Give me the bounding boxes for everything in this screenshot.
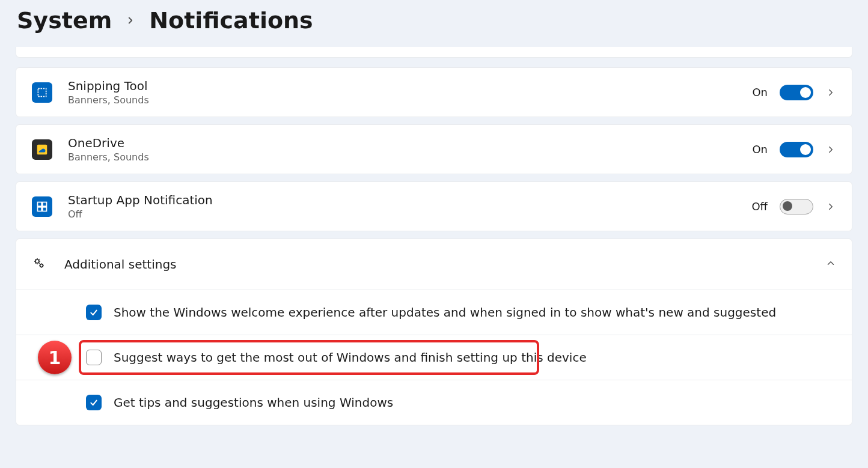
option-label: Get tips and suggestions when using Wind… <box>114 395 393 410</box>
startup-app-icon <box>32 196 52 217</box>
toggle-state-label: On <box>752 143 768 156</box>
chevron-right-icon[interactable] <box>825 144 836 155</box>
svg-rect-3 <box>43 202 47 206</box>
toggle-state-label: Off <box>751 200 768 213</box>
additional-settings-header[interactable]: Additional settings <box>16 239 852 290</box>
app-title: Startup App Notification <box>68 193 736 207</box>
option-label: Suggest ways to get the most out of Wind… <box>114 350 587 365</box>
app-labels: Snipping Tool Banners, Sounds <box>68 79 736 106</box>
option-tips-suggestions[interactable]: Get tips and suggestions when using Wind… <box>16 380 852 425</box>
chevron-right-icon[interactable] <box>825 87 836 98</box>
option-suggest-finish-setup[interactable]: 1 Suggest ways to get the most out of Wi… <box>16 335 852 380</box>
svg-rect-4 <box>38 207 42 211</box>
app-title: OneDrive <box>68 136 736 150</box>
toggle-state-label: On <box>752 86 768 99</box>
svg-rect-2 <box>38 202 42 206</box>
annotation-badge: 1 <box>38 341 72 374</box>
chevron-right-icon <box>125 15 136 26</box>
svg-rect-5 <box>43 207 47 211</box>
checkbox[interactable] <box>86 395 102 410</box>
gear-icon <box>32 256 46 273</box>
previous-card-stub <box>16 47 852 58</box>
app-labels: Startup App Notification Off <box>68 193 736 220</box>
snipping-tool-icon <box>32 82 52 103</box>
page-title: Notifications <box>149 7 313 34</box>
app-subtitle: Off <box>68 208 736 220</box>
app-subtitle: Banners, Sounds <box>68 151 736 163</box>
toggle-switch[interactable] <box>780 142 813 157</box>
app-row-onedrive[interactable]: OneDrive Banners, Sounds On <box>16 124 852 174</box>
app-subtitle: Banners, Sounds <box>68 94 736 106</box>
svg-rect-0 <box>38 88 46 96</box>
chevron-right-icon[interactable] <box>825 201 836 212</box>
checkbox[interactable] <box>86 350 102 365</box>
toggle-switch[interactable] <box>780 199 813 214</box>
additional-settings-section: Additional settings Show the Windows wel… <box>16 239 852 425</box>
app-row-snipping-tool[interactable]: Snipping Tool Banners, Sounds On <box>16 67 852 117</box>
breadcrumb: System Notifications <box>0 0 868 47</box>
svg-point-7 <box>40 264 43 267</box>
breadcrumb-parent[interactable]: System <box>17 7 112 34</box>
onedrive-icon <box>32 139 52 160</box>
app-labels: OneDrive Banners, Sounds <box>68 136 736 163</box>
chevron-up-icon <box>825 258 836 271</box>
option-label: Show the Windows welcome experience afte… <box>114 305 776 320</box>
app-row-startup-app-notification[interactable]: Startup App Notification Off Off <box>16 181 852 231</box>
app-title: Snipping Tool <box>68 79 736 93</box>
checkbox[interactable] <box>86 305 102 320</box>
toggle-switch[interactable] <box>780 85 813 100</box>
svg-point-6 <box>35 260 39 263</box>
option-welcome-experience[interactable]: Show the Windows welcome experience afte… <box>16 290 852 335</box>
additional-settings-title: Additional settings <box>64 257 807 272</box>
